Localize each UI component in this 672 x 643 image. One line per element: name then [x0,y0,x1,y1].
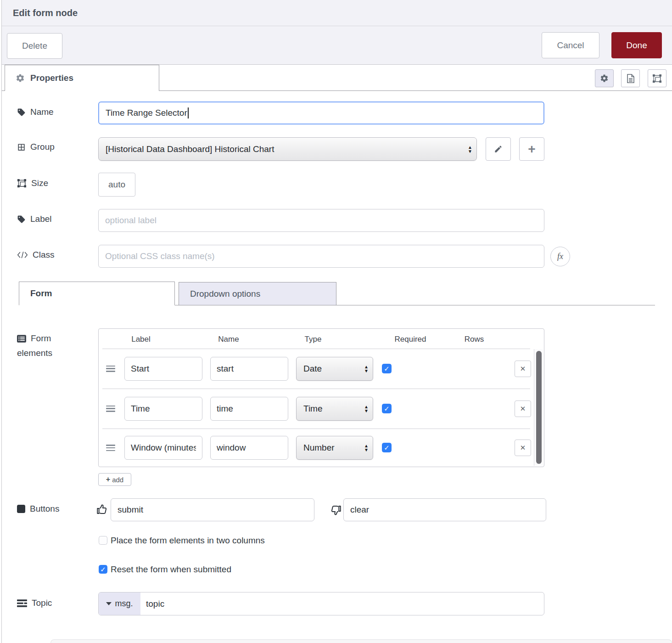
required-checkbox[interactable] [382,404,392,413]
name-field-label: Name [17,107,54,117]
table-icon [17,143,26,152]
two-columns-checkbox[interactable] [99,536,107,545]
topic-value: topic [140,592,164,615]
object-frame-icon [652,74,662,83]
class-field-label: Class [17,250,55,260]
group-select-value: [Historical Data Dashboard] Historical C… [106,144,274,154]
required-checkbox[interactable] [382,364,392,373]
square-icon [17,505,25,513]
group-field-label: Group [17,142,55,152]
element-label-input[interactable] [124,436,202,460]
element-name-input[interactable] [210,357,288,381]
add-group-button[interactable] [519,137,544,161]
drag-handle-icon[interactable] [106,445,115,451]
tag-icon [17,108,26,117]
label-input[interactable] [98,209,544,232]
size-field-label: Size [17,178,48,188]
column-header-type: Type [305,335,322,344]
size-auto-button[interactable]: auto [98,173,135,197]
clear-button-input[interactable] [343,498,546,521]
topic-type-select[interactable]: msg. [99,592,140,615]
name-input[interactable]: Time Range Selector [98,102,544,124]
code-icon [17,251,28,259]
form-elements-list: Label Name Type Required Rows Date Time [98,328,544,467]
scrollbar[interactable] [534,349,543,466]
column-header-rows: Rows [465,335,484,344]
column-header-label: Label [131,335,151,344]
element-type-select[interactable]: Number [296,436,373,460]
properties-tab-row: Properties [2,65,672,91]
edit-group-button[interactable] [486,137,511,161]
column-header-name: Name [218,335,239,344]
reset-form-label: Reset the form when submitted [111,564,231,575]
tab-properties-label: Properties [30,73,73,83]
scrollbar-thumb[interactable] [536,351,542,464]
dialog-header: Edit form node [2,0,672,26]
element-name-input[interactable] [210,397,288,421]
buttons-field-label: Buttons [17,504,59,514]
list-alt-icon [17,335,26,343]
object-frame-icon [17,179,27,188]
pencil-icon [494,145,503,153]
tab-dropdown-options[interactable]: Dropdown options [179,282,336,305]
remove-row-button[interactable] [515,440,531,456]
topic-field-label: Topic [17,598,52,608]
edit-form-node-dialog: Edit form node Delete Cancel Done Proper… [0,0,672,643]
form-element-row: Time [99,389,532,429]
select-spinner-icon [364,444,369,452]
remove-row-button[interactable] [515,400,531,417]
topic-input[interactable]: msg. topic [98,592,544,615]
tab-properties[interactable]: Properties [5,65,159,91]
class-input[interactable] [98,245,544,268]
dialog-title: Edit form node [13,8,78,18]
required-checkbox[interactable] [382,443,392,452]
select-spinner-icon [364,405,369,413]
column-header-required: Required [395,335,426,344]
topic-prefix-label: msg. [115,599,133,609]
text-caret [188,107,189,118]
document-icon [627,74,635,83]
label-field-label: Label [17,214,52,224]
two-columns-label: Place the form elements in two columns [111,536,265,546]
add-element-button[interactable]: add [98,473,131,486]
description-section-button[interactable] [621,69,640,87]
properties-section-button[interactable] [595,69,614,87]
tag-icon [17,215,26,224]
cancel-button[interactable]: Cancel [542,32,599,58]
thumbs-up-icon [96,503,109,516]
dialog-button-bar: Delete Cancel Done [2,26,672,65]
tasks-icon [17,599,27,607]
form-element-row: Number [99,429,532,467]
element-type-select[interactable]: Date [296,357,373,381]
appearance-section-button[interactable] [648,69,666,87]
drag-handle-icon[interactable] [106,366,115,372]
name-input-value: Time Range Selector [106,108,187,118]
fx-icon: fx [557,252,563,261]
gear-icon [600,74,609,83]
tab-form[interactable]: Form [19,282,175,305]
caret-down-icon [106,602,112,605]
select-spinner-icon [468,145,472,153]
tray-border [1,0,2,643]
drag-handle-icon[interactable] [106,406,115,412]
thumbs-down-icon [329,504,342,517]
gear-icon [16,73,25,83]
form-element-row: Date [99,349,532,389]
form-elements-label: Form elements [17,333,52,358]
element-label-input[interactable] [124,397,202,421]
reset-form-checkbox[interactable] [99,565,107,574]
element-label-input[interactable] [124,357,202,381]
submit-button-input[interactable] [111,498,314,521]
fx-expression-button[interactable]: fx [550,247,570,266]
select-spinner-icon [364,365,369,373]
group-select[interactable]: [Historical Data Dashboard] Historical C… [98,137,477,161]
element-type-select[interactable]: Time [296,397,373,421]
element-name-input[interactable] [210,436,288,460]
delete-button[interactable]: Delete [7,33,62,59]
done-button[interactable]: Done [611,32,662,58]
remove-row-button[interactable] [515,361,531,377]
next-section-edge [50,639,672,643]
